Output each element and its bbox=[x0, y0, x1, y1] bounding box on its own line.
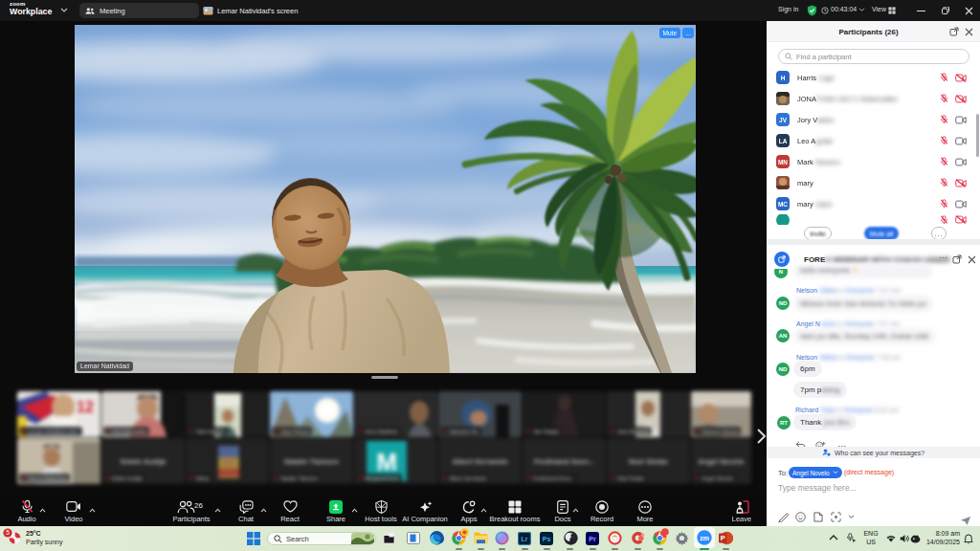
svg-text:P: P bbox=[721, 534, 725, 542]
svg-text:Pr: Pr bbox=[589, 536, 596, 542]
svg-text:12: 12 bbox=[77, 399, 94, 415]
svg-text:M: M bbox=[376, 448, 397, 476]
svg-text:Lr: Lr bbox=[522, 536, 528, 542]
svg-text:26: 26 bbox=[194, 501, 203, 510]
svg-text:zm: zm bbox=[700, 535, 709, 541]
svg-text:Ps: Ps bbox=[543, 536, 551, 542]
svg-text:5: 5 bbox=[6, 529, 10, 536]
